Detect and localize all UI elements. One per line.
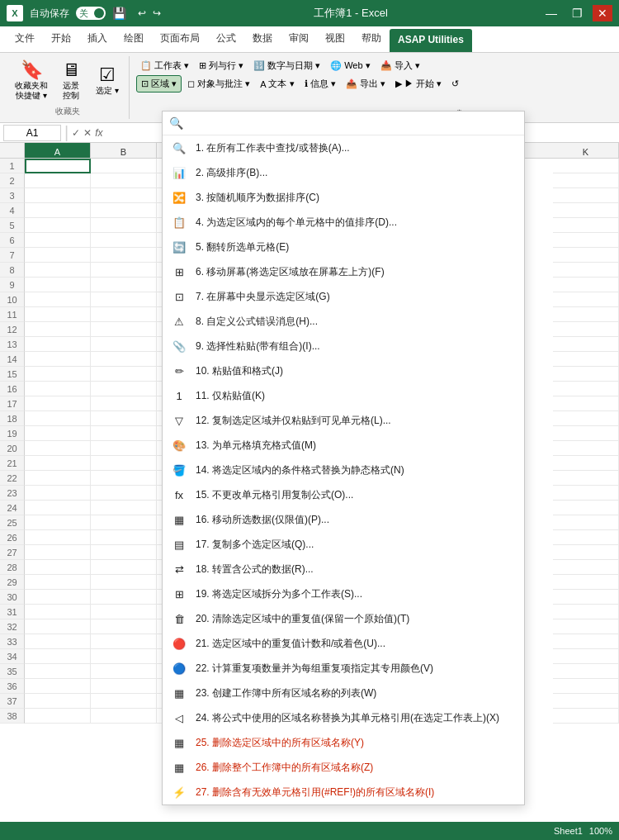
sheet-cell[interactable]: [25, 545, 91, 560]
list-item[interactable]: 🪣14. 将选定区域内的条件格式替换为静态格式(N): [163, 458, 524, 482]
sheet-cell[interactable]: [25, 218, 91, 233]
sheet-cell[interactable]: [25, 411, 91, 426]
sheet-cell[interactable]: [25, 203, 91, 218]
sheet-cell[interactable]: [553, 426, 619, 441]
sheet-cell[interactable]: [91, 382, 157, 396]
sheet-cell[interactable]: [553, 292, 619, 307]
list-item[interactable]: ⊞19. 将选定区域拆分为多个工作表(S)...: [163, 581, 524, 606]
sheet-cell[interactable]: [91, 411, 157, 426]
sheet-cell[interactable]: [91, 590, 157, 605]
sheet-cell[interactable]: [91, 292, 157, 307]
list-item[interactable]: ▦25. 删除选定区域中的所有区域名称(Y): [163, 730, 524, 755]
sheet-cell[interactable]: [25, 307, 91, 322]
sheet-cell[interactable]: [553, 605, 619, 619]
sheet-cell[interactable]: [25, 486, 91, 501]
list-item[interactable]: ⊞6. 移动屏幕(将选定区域放在屏幕左上方)(F): [163, 259, 524, 284]
sheet-cell[interactable]: [91, 456, 157, 471]
sheet-cell[interactable]: [25, 471, 91, 486]
redo-button[interactable]: ↪: [153, 7, 161, 19]
sheet-cell[interactable]: [553, 501, 619, 515]
sheet-cell[interactable]: [91, 575, 157, 590]
tab-view[interactable]: 视图: [317, 26, 353, 52]
autosave-toggle[interactable]: 关: [76, 7, 106, 20]
list-item[interactable]: 📋4. 为选定区域内的每个单元格中的值排序(D)...: [163, 210, 524, 235]
sheet-cell[interactable]: [25, 709, 91, 724]
sheet-cell[interactable]: [553, 545, 619, 560]
sheet-cell[interactable]: [25, 188, 91, 203]
sheet-cell[interactable]: [25, 352, 91, 367]
tab-review[interactable]: 审阅: [281, 26, 317, 52]
sheet-cell[interactable]: [553, 322, 619, 337]
sheet-cell[interactable]: [553, 694, 619, 709]
sheet-cell[interactable]: [91, 634, 157, 649]
sheet-cell[interactable]: [91, 233, 157, 248]
sheet-cell[interactable]: [553, 263, 619, 278]
list-item[interactable]: ▽12. 复制选定区域并仅粘贴到可见单元格(L)...: [163, 408, 524, 433]
list-item[interactable]: 🔀3. 按随机顺序为数据排序(C): [163, 185, 524, 210]
sheet-cell[interactable]: [25, 694, 91, 709]
sheet-cell[interactable]: [91, 679, 157, 694]
sheet-cell[interactable]: [553, 382, 619, 396]
sheet-cell[interactable]: [553, 664, 619, 679]
col-header-k[interactable]: K: [553, 143, 619, 158]
sheet-cell[interactable]: [25, 396, 91, 411]
list-item[interactable]: 111. 仅粘贴值(K): [163, 383, 524, 408]
sheet-cell[interactable]: [91, 218, 157, 233]
list-item[interactable]: 🗑20. 清除选定区域中的重复值(保留一个原始值)(T): [163, 606, 524, 631]
sheet-cell[interactable]: [25, 173, 91, 188]
list-item[interactable]: ⚡27. 删除含有无效单元格引用(#REF!)的所有区域名称(I): [163, 780, 524, 804]
tab-formula[interactable]: 公式: [208, 26, 244, 52]
sheet-cell[interactable]: [25, 263, 91, 278]
sheet-tab[interactable]: Sheet1: [554, 826, 583, 836]
sheet-cell[interactable]: [553, 709, 619, 724]
sheet-cell[interactable]: [91, 159, 157, 173]
fx-icon[interactable]: fx: [95, 127, 102, 139]
list-item[interactable]: ▦23. 创建工作簿中所有区域名称的列表(W): [163, 681, 524, 705]
sheet-cell[interactable]: [91, 486, 157, 501]
sheet-cell[interactable]: [25, 441, 91, 456]
sheet-cell[interactable]: [91, 471, 157, 486]
sheet-cell[interactable]: [91, 694, 157, 709]
sheet-cell[interactable]: [553, 218, 619, 233]
sheet-cell[interactable]: [553, 367, 619, 382]
list-item[interactable]: ⇄18. 转置含公式的数据(R)...: [163, 557, 524, 581]
sheet-cell[interactable]: [553, 396, 619, 411]
restore-button[interactable]: ❐: [567, 5, 588, 21]
sheet-cell[interactable]: [553, 590, 619, 605]
close-button[interactable]: ✕: [593, 5, 612, 21]
sheet-cell[interactable]: [25, 560, 91, 575]
sheet-cell[interactable]: [25, 159, 91, 173]
sheet-cell[interactable]: [553, 441, 619, 456]
sheet-cell[interactable]: [553, 159, 619, 173]
sheet-cell[interactable]: [91, 619, 157, 634]
sheet-cell[interactable]: [25, 233, 91, 248]
favorites-btn[interactable]: 🔖 收藏夹和快捷键 ▾: [12, 58, 51, 102]
sheet-cell[interactable]: [553, 188, 619, 203]
sheet-cell[interactable]: [91, 173, 157, 188]
sheet-cell[interactable]: [91, 322, 157, 337]
sheet-cell[interactable]: [553, 619, 619, 634]
objects-btn[interactable]: ◻ 对象与批注 ▾: [183, 76, 254, 92]
tab-file[interactable]: 文件: [7, 26, 43, 52]
sheet-cell[interactable]: [553, 560, 619, 575]
sheet-cell[interactable]: [553, 575, 619, 590]
sheet-cell[interactable]: [553, 411, 619, 426]
sheet-cell[interactable]: [91, 352, 157, 367]
tab-asap[interactable]: ASAP Utilities: [390, 29, 472, 52]
sheet-cell[interactable]: [25, 679, 91, 694]
tab-draw[interactable]: 绘图: [116, 26, 152, 52]
sheet-cell[interactable]: [91, 545, 157, 560]
list-item[interactable]: 📊2. 高级排序(B)...: [163, 160, 524, 185]
sheet-cell[interactable]: [553, 173, 619, 188]
sheet-cell[interactable]: [91, 709, 157, 724]
sheet-cell[interactable]: [25, 367, 91, 382]
sheet-cell[interactable]: [25, 664, 91, 679]
sheet-cell[interactable]: [553, 679, 619, 694]
sheet-cell[interactable]: [553, 515, 619, 530]
sheet-cell[interactable]: [25, 619, 91, 634]
range-btn[interactable]: ⊡ 区域 ▾: [136, 75, 182, 93]
sheet-cell[interactable]: [553, 486, 619, 501]
sheet-cell[interactable]: [91, 441, 157, 456]
refresh-btn[interactable]: ↺: [447, 77, 463, 91]
sheet-cell[interactable]: [25, 278, 91, 292]
